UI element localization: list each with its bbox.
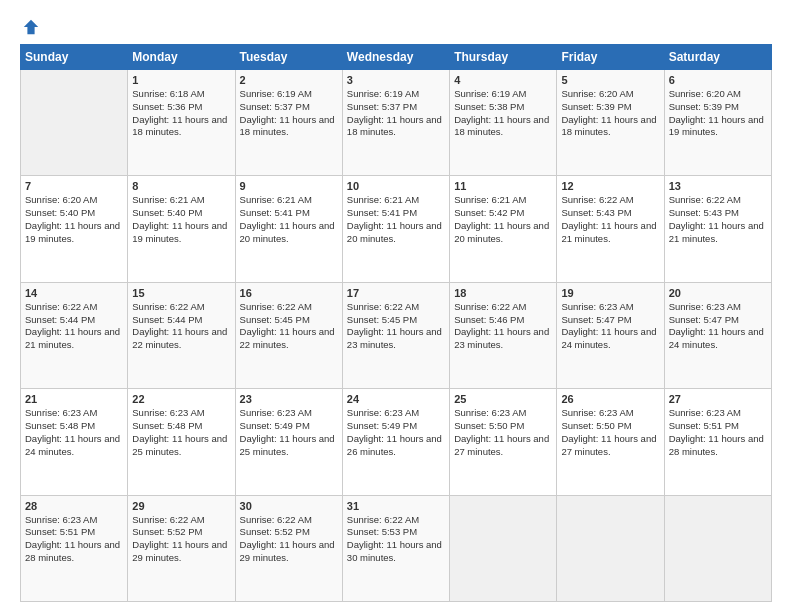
calendar-cell: 14Sunrise: 6:22 AMSunset: 5:44 PMDayligh… <box>21 282 128 388</box>
calendar-cell: 20Sunrise: 6:23 AMSunset: 5:47 PMDayligh… <box>664 282 771 388</box>
svg-marker-0 <box>24 20 38 34</box>
calendar-cell: 22Sunrise: 6:23 AMSunset: 5:48 PMDayligh… <box>128 389 235 495</box>
day-info: Sunrise: 6:23 AMSunset: 5:49 PMDaylight:… <box>347 407 445 458</box>
weekday-header: Tuesday <box>235 45 342 70</box>
calendar-cell: 18Sunrise: 6:22 AMSunset: 5:46 PMDayligh… <box>450 282 557 388</box>
day-info: Sunrise: 6:21 AMSunset: 5:41 PMDaylight:… <box>240 194 338 245</box>
week-row: 14Sunrise: 6:22 AMSunset: 5:44 PMDayligh… <box>21 282 772 388</box>
weekday-header: Thursday <box>450 45 557 70</box>
day-number: 19 <box>561 287 659 299</box>
day-info: Sunrise: 6:21 AMSunset: 5:42 PMDaylight:… <box>454 194 552 245</box>
calendar-body: 1Sunrise: 6:18 AMSunset: 5:36 PMDaylight… <box>21 70 772 602</box>
calendar-cell: 15Sunrise: 6:22 AMSunset: 5:44 PMDayligh… <box>128 282 235 388</box>
day-number: 5 <box>561 74 659 86</box>
logo-icon <box>22 18 40 36</box>
calendar-cell: 16Sunrise: 6:22 AMSunset: 5:45 PMDayligh… <box>235 282 342 388</box>
day-number: 11 <box>454 180 552 192</box>
day-number: 23 <box>240 393 338 405</box>
week-row: 7Sunrise: 6:20 AMSunset: 5:40 PMDaylight… <box>21 176 772 282</box>
day-info: Sunrise: 6:22 AMSunset: 5:45 PMDaylight:… <box>240 301 338 352</box>
day-info: Sunrise: 6:20 AMSunset: 5:39 PMDaylight:… <box>561 88 659 139</box>
calendar-cell: 3Sunrise: 6:19 AMSunset: 5:37 PMDaylight… <box>342 70 449 176</box>
calendar-cell: 31Sunrise: 6:22 AMSunset: 5:53 PMDayligh… <box>342 495 449 601</box>
day-number: 17 <box>347 287 445 299</box>
day-info: Sunrise: 6:19 AMSunset: 5:37 PMDaylight:… <box>240 88 338 139</box>
day-info: Sunrise: 6:22 AMSunset: 5:53 PMDaylight:… <box>347 514 445 565</box>
calendar: SundayMondayTuesdayWednesdayThursdayFrid… <box>20 44 772 602</box>
calendar-cell: 9Sunrise: 6:21 AMSunset: 5:41 PMDaylight… <box>235 176 342 282</box>
day-number: 30 <box>240 500 338 512</box>
day-info: Sunrise: 6:22 AMSunset: 5:43 PMDaylight:… <box>561 194 659 245</box>
page: SundayMondayTuesdayWednesdayThursdayFrid… <box>0 0 792 612</box>
day-number: 12 <box>561 180 659 192</box>
calendar-cell: 6Sunrise: 6:20 AMSunset: 5:39 PMDaylight… <box>664 70 771 176</box>
day-number: 25 <box>454 393 552 405</box>
day-info: Sunrise: 6:19 AMSunset: 5:37 PMDaylight:… <box>347 88 445 139</box>
day-number: 29 <box>132 500 230 512</box>
weekday-header: Wednesday <box>342 45 449 70</box>
day-number: 13 <box>669 180 767 192</box>
day-info: Sunrise: 6:22 AMSunset: 5:44 PMDaylight:… <box>25 301 123 352</box>
day-info: Sunrise: 6:22 AMSunset: 5:44 PMDaylight:… <box>132 301 230 352</box>
day-number: 21 <box>25 393 123 405</box>
weekday-header: Saturday <box>664 45 771 70</box>
day-info: Sunrise: 6:22 AMSunset: 5:52 PMDaylight:… <box>132 514 230 565</box>
day-info: Sunrise: 6:22 AMSunset: 5:45 PMDaylight:… <box>347 301 445 352</box>
day-number: 4 <box>454 74 552 86</box>
day-number: 26 <box>561 393 659 405</box>
calendar-cell <box>21 70 128 176</box>
calendar-cell <box>557 495 664 601</box>
day-info: Sunrise: 6:22 AMSunset: 5:43 PMDaylight:… <box>669 194 767 245</box>
day-info: Sunrise: 6:23 AMSunset: 5:48 PMDaylight:… <box>25 407 123 458</box>
day-info: Sunrise: 6:23 AMSunset: 5:51 PMDaylight:… <box>25 514 123 565</box>
weekday-header: Sunday <box>21 45 128 70</box>
calendar-cell: 10Sunrise: 6:21 AMSunset: 5:41 PMDayligh… <box>342 176 449 282</box>
day-number: 7 <box>25 180 123 192</box>
day-info: Sunrise: 6:20 AMSunset: 5:40 PMDaylight:… <box>25 194 123 245</box>
calendar-cell <box>450 495 557 601</box>
header <box>20 18 772 36</box>
calendar-cell: 12Sunrise: 6:22 AMSunset: 5:43 PMDayligh… <box>557 176 664 282</box>
logo <box>20 18 40 36</box>
calendar-cell: 4Sunrise: 6:19 AMSunset: 5:38 PMDaylight… <box>450 70 557 176</box>
calendar-cell: 30Sunrise: 6:22 AMSunset: 5:52 PMDayligh… <box>235 495 342 601</box>
weekday-header: Friday <box>557 45 664 70</box>
day-info: Sunrise: 6:20 AMSunset: 5:39 PMDaylight:… <box>669 88 767 139</box>
day-number: 24 <box>347 393 445 405</box>
day-number: 10 <box>347 180 445 192</box>
calendar-cell: 19Sunrise: 6:23 AMSunset: 5:47 PMDayligh… <box>557 282 664 388</box>
day-info: Sunrise: 6:18 AMSunset: 5:36 PMDaylight:… <box>132 88 230 139</box>
calendar-cell: 28Sunrise: 6:23 AMSunset: 5:51 PMDayligh… <box>21 495 128 601</box>
day-number: 2 <box>240 74 338 86</box>
day-info: Sunrise: 6:23 AMSunset: 5:51 PMDaylight:… <box>669 407 767 458</box>
day-info: Sunrise: 6:23 AMSunset: 5:49 PMDaylight:… <box>240 407 338 458</box>
calendar-cell: 23Sunrise: 6:23 AMSunset: 5:49 PMDayligh… <box>235 389 342 495</box>
day-number: 9 <box>240 180 338 192</box>
day-number: 14 <box>25 287 123 299</box>
day-info: Sunrise: 6:23 AMSunset: 5:47 PMDaylight:… <box>669 301 767 352</box>
week-row: 28Sunrise: 6:23 AMSunset: 5:51 PMDayligh… <box>21 495 772 601</box>
week-row: 21Sunrise: 6:23 AMSunset: 5:48 PMDayligh… <box>21 389 772 495</box>
calendar-cell: 8Sunrise: 6:21 AMSunset: 5:40 PMDaylight… <box>128 176 235 282</box>
calendar-cell: 7Sunrise: 6:20 AMSunset: 5:40 PMDaylight… <box>21 176 128 282</box>
day-number: 28 <box>25 500 123 512</box>
day-info: Sunrise: 6:19 AMSunset: 5:38 PMDaylight:… <box>454 88 552 139</box>
weekday-row: SundayMondayTuesdayWednesdayThursdayFrid… <box>21 45 772 70</box>
day-info: Sunrise: 6:21 AMSunset: 5:41 PMDaylight:… <box>347 194 445 245</box>
day-number: 18 <box>454 287 552 299</box>
day-number: 31 <box>347 500 445 512</box>
calendar-cell: 27Sunrise: 6:23 AMSunset: 5:51 PMDayligh… <box>664 389 771 495</box>
day-info: Sunrise: 6:22 AMSunset: 5:52 PMDaylight:… <box>240 514 338 565</box>
calendar-cell: 2Sunrise: 6:19 AMSunset: 5:37 PMDaylight… <box>235 70 342 176</box>
calendar-cell: 5Sunrise: 6:20 AMSunset: 5:39 PMDaylight… <box>557 70 664 176</box>
week-row: 1Sunrise: 6:18 AMSunset: 5:36 PMDaylight… <box>21 70 772 176</box>
calendar-cell: 24Sunrise: 6:23 AMSunset: 5:49 PMDayligh… <box>342 389 449 495</box>
day-number: 27 <box>669 393 767 405</box>
calendar-cell: 21Sunrise: 6:23 AMSunset: 5:48 PMDayligh… <box>21 389 128 495</box>
day-info: Sunrise: 6:23 AMSunset: 5:47 PMDaylight:… <box>561 301 659 352</box>
day-number: 3 <box>347 74 445 86</box>
calendar-cell: 13Sunrise: 6:22 AMSunset: 5:43 PMDayligh… <box>664 176 771 282</box>
calendar-cell: 29Sunrise: 6:22 AMSunset: 5:52 PMDayligh… <box>128 495 235 601</box>
weekday-header: Monday <box>128 45 235 70</box>
day-info: Sunrise: 6:22 AMSunset: 5:46 PMDaylight:… <box>454 301 552 352</box>
